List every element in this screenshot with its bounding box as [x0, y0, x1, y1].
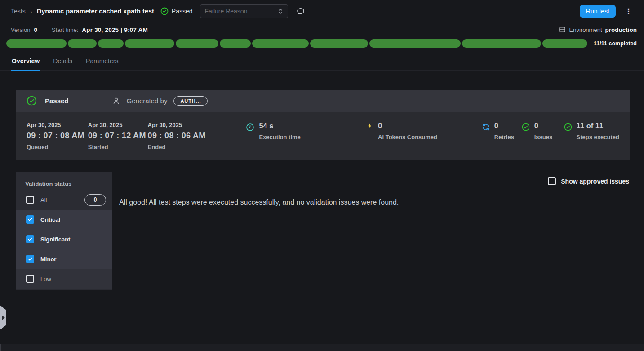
- low-checkbox[interactable]: [26, 275, 34, 283]
- tab-details[interactable]: Details: [53, 57, 72, 70]
- generated-by-group: Generated by AUTH...: [112, 96, 208, 106]
- started-timestamp: Apr 30, 2025 09 : 07 : 12 AM Started: [88, 122, 148, 150]
- filter-row-minor[interactable]: Minor: [16, 249, 112, 269]
- retries-stat: 0 Retries: [482, 122, 517, 140]
- queued-time: 09 : 07 : 08 AM: [27, 131, 88, 140]
- tab-bar: Overview Details Parameters: [0, 49, 644, 71]
- environment-label: Environment: [569, 26, 602, 33]
- validation-status-panel: Validation status All 0 Critical Signifi…: [16, 172, 112, 290]
- progress-segment: [125, 39, 174, 48]
- chevron-right-icon: [2, 316, 5, 320]
- breadcrumb-chevron-icon: ›: [30, 8, 32, 15]
- progress-segment: [462, 39, 541, 48]
- issues-stat: 0 Issues: [522, 122, 553, 140]
- queued-timestamp: Apr 30, 2025 09 : 07 : 08 AM Queued: [27, 122, 88, 150]
- retry-icon: [482, 123, 490, 131]
- meta-row: Version 0 Start time: Apr 30, 2025 | 9:0…: [0, 22, 644, 37]
- clock-icon: [246, 123, 254, 132]
- failure-reason-placeholder: Failure Reason: [205, 8, 248, 15]
- ended-time: 09 : 08 : 06 AM: [148, 131, 215, 140]
- environment-group: Environment production: [558, 26, 637, 34]
- bottom-scrollbar-track[interactable]: [0, 344, 644, 351]
- run-summary-header: Passed Generated by AUTH...: [16, 90, 630, 112]
- progress-segment: [68, 39, 97, 48]
- all-label: All: [40, 197, 47, 203]
- progress-segment: [369, 39, 461, 48]
- progress-segment: [542, 39, 587, 48]
- version-value: 0: [34, 26, 37, 33]
- progress-completed-label: 11/11 completed: [594, 40, 637, 47]
- ended-label: Ended: [148, 144, 215, 150]
- issues-check-circle-icon: [522, 123, 530, 131]
- issues-value: 0: [534, 122, 552, 130]
- tab-parameters[interactable]: Parameters: [86, 57, 118, 70]
- comment-icon[interactable]: [296, 7, 305, 16]
- execution-time-label: Execution time: [259, 134, 300, 140]
- filter-row-low[interactable]: Low: [16, 269, 112, 289]
- minor-checkbox[interactable]: [26, 255, 34, 263]
- top-bar: Tests › Dynamic parameter cached xpath t…: [0, 0, 644, 22]
- all-count-badge: 0: [84, 194, 106, 206]
- generated-by-label: Generated by: [127, 97, 168, 105]
- start-time-group: Start time: Apr 30, 2025 | 9:07 AM: [52, 26, 148, 33]
- filter-row-significant[interactable]: Significant: [16, 229, 112, 249]
- retries-value: 0: [494, 122, 514, 130]
- ai-tokens-value: 0: [378, 122, 437, 130]
- ended-timestamp: Apr 30, 2025 09 : 08 : 06 AM Ended: [148, 122, 215, 150]
- progress-segment: [252, 39, 309, 48]
- topbar-actions: Run test ⋮: [580, 5, 635, 18]
- started-label: Started: [88, 144, 148, 150]
- progress-segment: [176, 39, 218, 48]
- issues-content: Show approved issues All good! All test …: [112, 172, 644, 290]
- breadcrumb-tests-link[interactable]: Tests: [11, 8, 26, 15]
- started-time: 09 : 07 : 12 AM: [88, 131, 148, 140]
- generated-by-badge[interactable]: AUTH...: [173, 96, 208, 106]
- start-time-label: Start time:: [52, 26, 78, 33]
- select-updown-icon: [278, 8, 283, 14]
- step-progress-bar: [6, 39, 587, 48]
- more-options-icon[interactable]: ⋮: [622, 6, 635, 17]
- filter-row-all[interactable]: All 0: [16, 190, 112, 210]
- progress-segment: [220, 39, 251, 48]
- steps-executed-label: Steps executed: [577, 134, 619, 140]
- progress-row: 11/11 completed: [0, 37, 644, 49]
- low-label: Low: [40, 276, 51, 282]
- show-approved-checkbox[interactable]: [548, 177, 556, 185]
- queued-date: Apr 30, 2025: [27, 122, 88, 128]
- run-test-button[interactable]: Run test: [580, 5, 616, 18]
- ended-date: Apr 30, 2025: [148, 122, 215, 128]
- filter-row-critical[interactable]: Critical: [16, 210, 112, 229]
- issues-label: Issues: [534, 134, 552, 140]
- failure-reason-select[interactable]: Failure Reason: [200, 4, 288, 18]
- critical-label: Critical: [40, 216, 60, 223]
- page-title: Dynamic parameter cached xpath test: [37, 8, 154, 15]
- user-icon: [112, 97, 120, 105]
- tab-overview[interactable]: Overview: [12, 57, 40, 70]
- steps-check-circle-icon: [564, 123, 572, 131]
- validation-status-title: Validation status: [16, 172, 112, 190]
- environment-value: production: [605, 26, 637, 33]
- significant-label: Significant: [40, 236, 70, 243]
- significant-checkbox[interactable]: [26, 235, 34, 243]
- steps-executed-stat: 11 of 11 Steps executed: [564, 122, 619, 140]
- version-label: Version: [11, 26, 30, 33]
- show-approved-issues-toggle[interactable]: Show approved issues: [548, 177, 629, 185]
- progress-segment: [98, 39, 124, 48]
- run-summary-card: Passed Generated by AUTH... Apr 30, 2025…: [16, 90, 630, 160]
- sidebar-expand-handle[interactable]: [0, 305, 6, 330]
- steps-executed-value: 11 of 11: [577, 122, 619, 130]
- sparkle-icon: [366, 123, 373, 131]
- run-summary-stats: Apr 30, 2025 09 : 07 : 08 AM Queued Apr …: [16, 112, 630, 160]
- start-time-value: Apr 30, 2025 | 9:07 AM: [82, 26, 148, 33]
- show-approved-label: Show approved issues: [561, 178, 629, 185]
- retries-label: Retries: [494, 134, 514, 140]
- all-good-message: All good! All test steps were executed s…: [119, 198, 644, 206]
- critical-checkbox[interactable]: [26, 215, 34, 224]
- all-checkbox[interactable]: [26, 196, 34, 204]
- status-badge: Passed: [160, 7, 193, 15]
- started-date: Apr 30, 2025: [88, 122, 148, 128]
- issues-section: Validation status All 0 Critical Signifi…: [16, 172, 644, 290]
- ai-tokens-label: AI Tokens Consumed: [378, 134, 437, 140]
- progress-segment: [6, 39, 67, 48]
- ai-tokens-stat: 0 AI Tokens Consumed: [366, 122, 442, 140]
